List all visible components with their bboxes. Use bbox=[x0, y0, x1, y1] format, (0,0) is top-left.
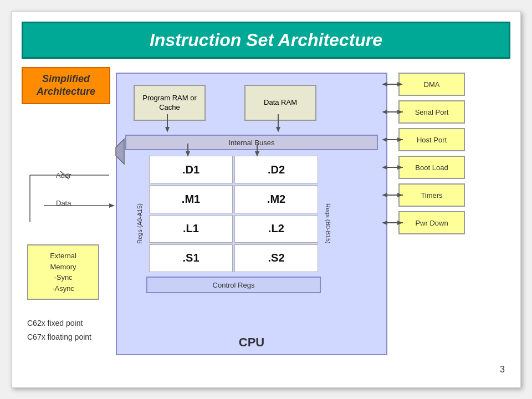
reg-s1: .S1 bbox=[149, 244, 233, 272]
internal-buses-bar: Internal Buses bbox=[125, 135, 378, 150]
content-area: SimplifiedArchitecture Program RAM or Ca… bbox=[22, 67, 510, 377]
reg-s2: .S2 bbox=[234, 244, 318, 272]
c62x-label: C62x fixed point bbox=[27, 316, 91, 330]
c67x-label: C67x floating point bbox=[27, 330, 91, 344]
external-memory-box: ExternalMemory-Sync-Async bbox=[27, 244, 99, 300]
simplified-architecture-label: SimplifiedArchitecture bbox=[22, 67, 110, 104]
dma-box: DMA bbox=[398, 73, 465, 96]
timers-box: Timers bbox=[398, 183, 465, 207]
register-grid: .D1 .D2 .M1 .M2 .L1 .L2 .S1 .S2 bbox=[146, 153, 321, 275]
reg-d2: .D2 bbox=[234, 156, 318, 183]
program-ram-box: Program RAM or Cache bbox=[134, 85, 206, 121]
regs-a-label: Regs (A0-A15) bbox=[132, 153, 146, 294]
svg-marker-13 bbox=[109, 203, 115, 208]
footer-labels: C62x fixed point C67x floating point bbox=[27, 316, 91, 344]
data-label: Data bbox=[56, 199, 71, 207]
data-ram-box: Data RAM bbox=[244, 85, 316, 121]
diagram: Program RAM or Cache Data RAM Internal B… bbox=[116, 67, 510, 344]
boot-load-box: Boot Load bbox=[398, 156, 465, 179]
serial-port-box: Serial Port bbox=[398, 100, 465, 124]
slide: Instruction Set Architecture SimplifiedA… bbox=[11, 11, 521, 388]
host-port-box: Host Port bbox=[398, 128, 465, 151]
pwr-down-box: Pwr Down bbox=[398, 211, 465, 234]
reg-m1: .M1 bbox=[149, 185, 233, 213]
reg-m2: .M2 bbox=[234, 185, 318, 213]
reg-d1: .D1 bbox=[149, 156, 233, 183]
title-bar: Instruction Set Architecture bbox=[22, 22, 510, 59]
slide-title: Instruction Set Architecture bbox=[34, 30, 498, 50]
reg-l2: .L2 bbox=[234, 215, 318, 243]
page-number: 3 bbox=[500, 365, 505, 375]
cpu-label: CPU bbox=[239, 335, 264, 350]
peripherals-column: DMA Serial Port Host Port Boot Load Time… bbox=[398, 73, 465, 239]
reg-l1: .L1 bbox=[149, 215, 233, 243]
regs-b-label: Regs (B0-B15) bbox=[321, 153, 335, 294]
control-regs-bar: Control Regs bbox=[146, 277, 321, 293]
addr-label: Addr bbox=[56, 171, 71, 180]
